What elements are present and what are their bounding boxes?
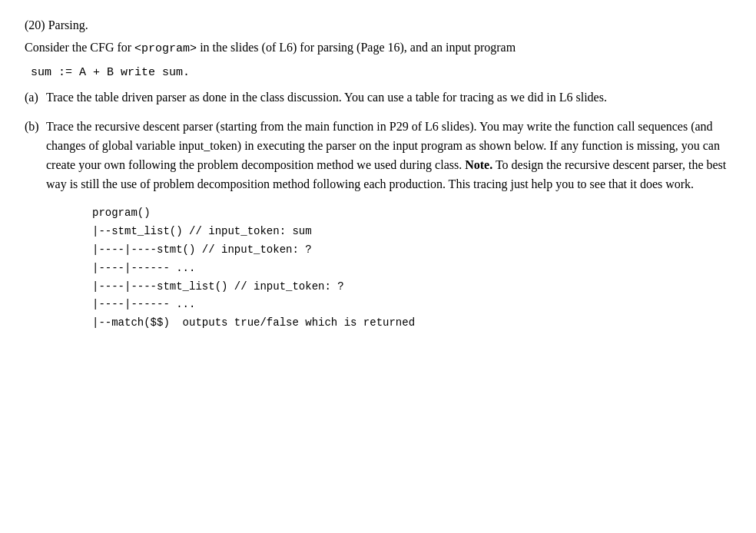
part-b-label: (b) [25,118,46,137]
part-b-content: Trace the recursive descent parser (star… [46,118,731,333]
intro-text-before: Consider the CFG for [25,41,134,54]
part-b: (b) Trace the recursive descent parser (… [25,118,731,333]
part-a-content: Trace the table driven parser as done in… [46,88,731,108]
input-program-code: sum := A + B write sum. [31,66,731,79]
trace-line: |----|----stmt() // input_token: ? [92,241,731,260]
code-trace-block: program()|--stmt_list() // input_token: … [92,204,731,333]
note-label: Note. [465,158,492,171]
trace-line: program() [92,204,731,223]
intro-text-after: in the slides (of L6) for parsing (Page … [197,41,516,54]
part-a-text: Trace the table driven parser as done in… [46,91,607,104]
part-a-label: (a) [25,88,46,108]
trace-line: |----|------ ... [92,260,731,278]
trace-line: |----|----stmt_list() // input_token: ? [92,278,731,296]
trace-line: |--stmt_list() // input_token: sum [92,223,731,241]
page-content: (20) Parsing. Consider the CFG for <prog… [25,18,731,333]
trace-line: |----|------ ... [92,296,731,314]
problem-number: (20) Parsing. [25,18,731,32]
part-a: (a) Trace the table driven parser as don… [25,88,731,108]
trace-line: |--match($$) outputs true/false which is… [92,314,731,333]
intro-code: <program> [134,42,197,55]
intro-paragraph: Consider the CFG for <program> in the sl… [25,38,731,58]
